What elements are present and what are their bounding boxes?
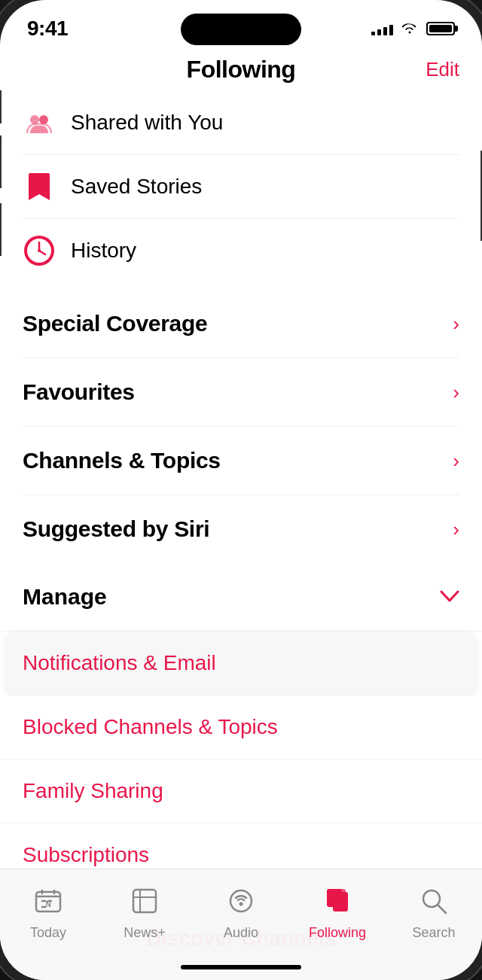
search-icon xyxy=(414,881,453,921)
tab-search-label: Search xyxy=(412,925,455,941)
battery-fill xyxy=(429,25,452,32)
saved-stories-item[interactable]: Saved Stories xyxy=(23,155,459,219)
channels-topics-item[interactable]: Channels & Topics › xyxy=(23,427,459,495)
mute-button[interactable] xyxy=(0,90,2,123)
tab-today-label: Today xyxy=(30,925,66,941)
suggested-siri-item[interactable]: Suggested by Siri › xyxy=(23,495,459,563)
chevron-right-icon: › xyxy=(453,312,459,336)
svg-text:N: N xyxy=(45,900,50,908)
history-item[interactable]: History xyxy=(23,219,459,282)
today-icon: N xyxy=(29,881,68,921)
audio-icon xyxy=(221,881,261,921)
newsplus-icon xyxy=(125,881,164,921)
clock-icon xyxy=(23,234,56,267)
saved-stories-label: Saved Stories xyxy=(71,175,202,199)
favourites-label: Favourites xyxy=(23,379,135,405)
blocked-channels-item[interactable]: Blocked Channels & Topics xyxy=(0,695,482,759)
tab-today[interactable]: N Today xyxy=(11,881,86,941)
channels-topics-label: Channels & Topics xyxy=(23,448,221,473)
section-list: Special Coverage › Favourites › Channels… xyxy=(0,290,482,563)
chevron-right-icon-2: › xyxy=(453,381,459,404)
tab-following[interactable]: Following xyxy=(300,881,375,941)
svg-point-13 xyxy=(239,902,243,906)
svg-point-6 xyxy=(38,249,41,252)
manage-label: Manage xyxy=(23,584,107,610)
phone-frame: 9:41 Following Edit xyxy=(0,0,482,980)
tab-newsplus-label: News+ xyxy=(124,925,166,941)
subscriptions-label: Subscriptions xyxy=(23,843,149,866)
chevron-right-icon-3: › xyxy=(453,449,459,473)
notifications-label: Notifications & Email xyxy=(23,651,216,674)
blocked-channels-label: Blocked Channels & Topics xyxy=(23,715,278,738)
signal-bar-4 xyxy=(389,25,393,35)
signal-bar-1 xyxy=(371,32,375,35)
edit-button[interactable]: Edit xyxy=(426,58,459,81)
signal-bar-3 xyxy=(383,27,387,35)
manage-row[interactable]: Manage xyxy=(0,563,482,632)
shared-with-you-item[interactable]: Shared with You xyxy=(23,91,459,155)
home-indicator xyxy=(181,965,301,969)
shared-icon xyxy=(23,106,56,139)
shared-with-you-label: Shared with You xyxy=(71,111,223,135)
svg-line-18 xyxy=(438,905,446,913)
chevron-right-icon-4: › xyxy=(453,518,459,541)
family-sharing-item[interactable]: Family Sharing xyxy=(0,759,482,823)
signal-icon xyxy=(371,22,393,35)
notifications-email-item[interactable]: Notifications & Email xyxy=(6,632,476,695)
page-title: Following xyxy=(187,56,296,84)
tab-audio-label: Audio xyxy=(224,925,258,941)
suggested-siri-label: Suggested by Siri xyxy=(23,516,209,542)
chevron-down-icon xyxy=(440,586,459,609)
status-time: 9:41 xyxy=(27,17,68,41)
svg-point-1 xyxy=(39,115,48,124)
favourites-item[interactable]: Favourites › xyxy=(23,358,459,427)
special-coverage-item[interactable]: Special Coverage › xyxy=(23,290,459,358)
special-coverage-label: Special Coverage xyxy=(23,311,207,336)
tab-audio[interactable]: Audio xyxy=(203,881,279,941)
svg-point-12 xyxy=(230,890,252,912)
svg-point-0 xyxy=(30,115,39,124)
section-divider-1 xyxy=(0,282,482,290)
signal-bar-2 xyxy=(377,29,381,35)
svg-rect-9 xyxy=(133,890,156,912)
tab-following-label: Following xyxy=(309,925,366,941)
status-icons xyxy=(371,20,455,38)
history-label: History xyxy=(71,239,136,263)
nav-header: Following Edit xyxy=(0,44,482,91)
family-sharing-label: Family Sharing xyxy=(23,779,163,802)
top-menu-list: Shared with You Saved Stories xyxy=(0,91,482,282)
wifi-icon xyxy=(401,20,419,38)
svg-rect-16 xyxy=(333,892,348,912)
tab-bar: N Today News+ xyxy=(0,869,482,980)
volume-down-button[interactable] xyxy=(0,203,2,256)
following-icon xyxy=(318,881,357,921)
battery-icon xyxy=(426,22,455,35)
tab-search[interactable]: Search xyxy=(396,881,471,941)
bookmark-icon xyxy=(23,170,56,203)
tab-newsplus[interactable]: News+ xyxy=(107,881,182,941)
volume-up-button[interactable] xyxy=(0,135,2,188)
dynamic-island xyxy=(181,14,301,45)
